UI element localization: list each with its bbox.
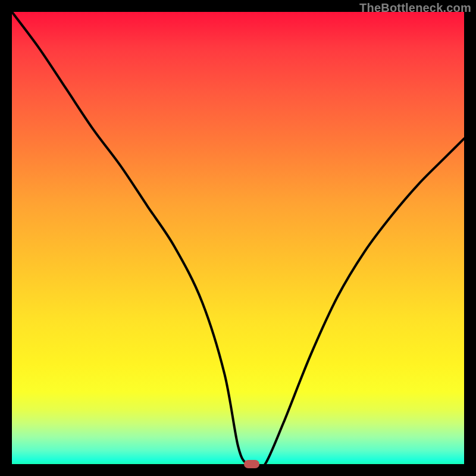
watermark-text: TheBottleneck.com <box>359 1 471 15</box>
min-marker <box>244 460 259 468</box>
chart-plot-area <box>12 12 464 464</box>
chart-frame: TheBottleneck.com <box>0 0 476 476</box>
curve-path <box>12 12 464 467</box>
bottleneck-curve <box>12 12 464 464</box>
